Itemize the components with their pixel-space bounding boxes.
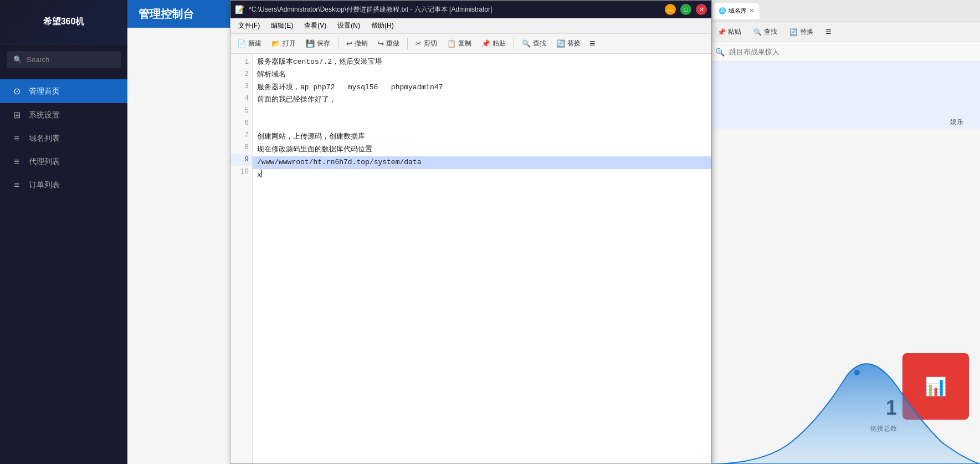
- line-num-3: 3: [230, 80, 252, 93]
- chart-peak-dot: [854, 370, 860, 375]
- notepad-content[interactable]: 12345678910 服务器版本centos7.2，然后安装宝塔解析域名服务器…: [230, 54, 711, 463]
- toolbar-replace[interactable]: 🔄 替换: [552, 37, 585, 50]
- sidebar-logo-text: 希望360机: [43, 16, 85, 28]
- right-toolbar-find[interactable]: 🔍 查找: [749, 26, 782, 38]
- new-icon: 📄: [237, 39, 246, 48]
- menu-help[interactable]: 帮助(H): [366, 19, 399, 33]
- toolbar-new[interactable]: 📄 新建: [233, 37, 266, 50]
- menu-file[interactable]: 文件(F): [233, 19, 265, 33]
- toolbar-open[interactable]: 📂 打开: [267, 37, 300, 50]
- sidebar: 希望360机 🔍 ⊙ 管理首页 ⊞ 系统设置 ≡ 域名列表 ≡ 代理列表 ≡ 订…: [0, 0, 127, 464]
- sidebar-item-home[interactable]: ⊙ 管理首页: [0, 79, 127, 103]
- line-num-2: 2: [230, 68, 252, 80]
- right-toolbar-paste[interactable]: 📌 粘贴: [713, 26, 746, 38]
- nav-label-orders: 订单列表: [29, 180, 60, 190]
- copy-icon: 📋: [447, 39, 456, 48]
- save-icon: 💾: [306, 39, 315, 48]
- editor-line-1[interactable]: 服务器版本centos7.2，然后安装宝塔: [253, 56, 711, 69]
- minimize-button[interactable]: —: [665, 4, 676, 15]
- toolbar-cut[interactable]: ✂ 剪切: [411, 37, 442, 50]
- notepad-toolbar: 📄 新建 📂 打开 💾 保存 ↩ 撤销 ↪ 重做: [230, 34, 711, 54]
- right-tab-label: 域名库: [728, 7, 747, 15]
- nav-icon-orders: ≡: [11, 180, 22, 190]
- toolbar-cut-label: 剪切: [424, 39, 437, 48]
- right-panel: 🌐 域名库 ✕ 📌 粘贴 🔍 查找 🔄 替换 ≡ 🔍: [709, 0, 980, 464]
- editor-area[interactable]: 服务器版本centos7.2，然后安装宝塔解析域名服务器环境，ap php72 …: [253, 54, 711, 463]
- menu-settings[interactable]: 设置(N): [332, 19, 366, 33]
- toolbar-open-label: 打开: [283, 39, 296, 48]
- sidebar-item-settings[interactable]: ⊞ 系统设置: [0, 103, 127, 127]
- search-icon: 🔍: [13, 55, 22, 64]
- right-tab-favicon: 🌐: [719, 7, 726, 14]
- right-toolbar-replace[interactable]: 🔄 替换: [785, 26, 818, 38]
- editor-line-10[interactable]: x: [253, 169, 711, 182]
- toolbar-save[interactable]: 💾 保存: [301, 37, 335, 50]
- toolbar-divider-1: [338, 38, 338, 49]
- right-find-label: 查找: [764, 27, 777, 37]
- notepad-title: *C:\Users\Administrator\Desktop\付费进群搭建教程…: [249, 5, 660, 14]
- nav-icon-home: ⊙: [11, 86, 22, 96]
- editor-line-5[interactable]: [253, 106, 711, 119]
- editor-line-6[interactable]: [253, 119, 711, 131]
- right-tab-close[interactable]: ✕: [749, 7, 754, 14]
- editor-line-8[interactable]: 现在修改源码里面的数据库代码位置: [253, 144, 711, 156]
- toolbar-copy-label: 复制: [458, 39, 471, 48]
- right-toolbar-more[interactable]: ≡: [821, 24, 836, 39]
- right-panel-search: 🔍: [709, 42, 980, 62]
- sidebar-item-domains[interactable]: ≡ 域名列表: [0, 127, 127, 150]
- notepad-titlebar: 📝 *C:\Users\Administrator\Desktop\付费进群搭建…: [230, 1, 711, 18]
- right-paste-icon: 📌: [717, 28, 726, 36]
- editor-line-2[interactable]: 解析域名: [253, 69, 711, 81]
- right-search-icon: 🔍: [715, 48, 725, 57]
- sidebar-search-box: 🔍: [7, 51, 121, 68]
- line-num-6: 6: [230, 117, 252, 129]
- toolbar-redo[interactable]: ↪ 重做: [373, 37, 404, 50]
- close-button[interactable]: ✕: [696, 4, 707, 15]
- toolbar-more[interactable]: ≡: [586, 37, 599, 50]
- open-icon: 📂: [271, 39, 280, 48]
- nav-label-settings: 系统设置: [29, 110, 60, 120]
- line-num-8: 8: [230, 141, 252, 154]
- sidebar-logo: 希望360机: [0, 0, 127, 44]
- nav-label-home: 管理首页: [29, 86, 60, 96]
- notepad-menubar: 文件(F) 编辑(E) 查看(V) 设置(N) 帮助(H): [230, 18, 711, 34]
- search-input[interactable]: [27, 55, 114, 64]
- toolbar-save-label: 保存: [317, 39, 330, 48]
- toolbar-paste-label: 粘贴: [492, 39, 506, 48]
- toolbar-divider-2: [407, 38, 408, 49]
- line-num-9: 9: [230, 154, 252, 166]
- nav-icon-domains: ≡: [11, 134, 22, 144]
- right-replace-label: 替换: [800, 27, 813, 37]
- toolbar-undo[interactable]: ↩ 撤销: [342, 37, 372, 50]
- editor-line-4[interactable]: 前面的我已经操作好了，: [253, 94, 711, 106]
- replace-icon: 🔄: [556, 39, 565, 48]
- right-tab-active[interactable]: 🌐 域名库 ✕: [713, 3, 760, 19]
- line-num-7: 7: [230, 129, 252, 141]
- notepad-window: 📝 *C:\Users\Administrator\Desktop\付费进群搭建…: [230, 0, 712, 464]
- nav-icon-settings: ⊞: [11, 110, 22, 120]
- right-panel-content: 娱乐 📊 1 链接总数: [709, 62, 980, 464]
- editor-line-7[interactable]: 创建网站，上传源码，创建数据库: [253, 131, 711, 144]
- toolbar-find[interactable]: 🔍 查找: [517, 37, 551, 50]
- sidebar-item-agents[interactable]: ≡ 代理列表: [0, 150, 127, 174]
- right-panel-header: 🌐 域名库 ✕: [709, 0, 980, 22]
- line-num-10: 10: [230, 166, 252, 178]
- admin-title: 管理控制台: [138, 7, 194, 22]
- editor-line-3[interactable]: 服务器环境，ap php72 mysql56 phpmyadmin47: [253, 81, 711, 94]
- sidebar-item-orders[interactable]: ≡ 订单列表: [0, 174, 127, 197]
- menu-view[interactable]: 查看(V): [299, 19, 332, 33]
- maximize-button[interactable]: □: [680, 4, 691, 15]
- line-num-4: 4: [230, 93, 252, 105]
- right-panel-toolbar: 📌 粘贴 🔍 查找 🔄 替换 ≡: [709, 22, 980, 42]
- text-cursor: [261, 170, 262, 177]
- toolbar-undo-label: 撤销: [355, 39, 368, 48]
- undo-icon: ↩: [346, 39, 352, 48]
- toolbar-divider-3: [514, 38, 514, 49]
- right-search-input[interactable]: [729, 48, 973, 56]
- toolbar-paste[interactable]: 📌 粘贴: [477, 37, 510, 50]
- editor-line-9[interactable]: /www/wwwroot/ht.rn6h7d.top/system/data: [253, 156, 711, 169]
- toolbar-copy[interactable]: 📋 复制: [443, 37, 476, 50]
- line-numbers: 12345678910: [230, 54, 253, 463]
- line-num-1: 1: [230, 56, 252, 68]
- menu-edit[interactable]: 编辑(E): [265, 19, 299, 33]
